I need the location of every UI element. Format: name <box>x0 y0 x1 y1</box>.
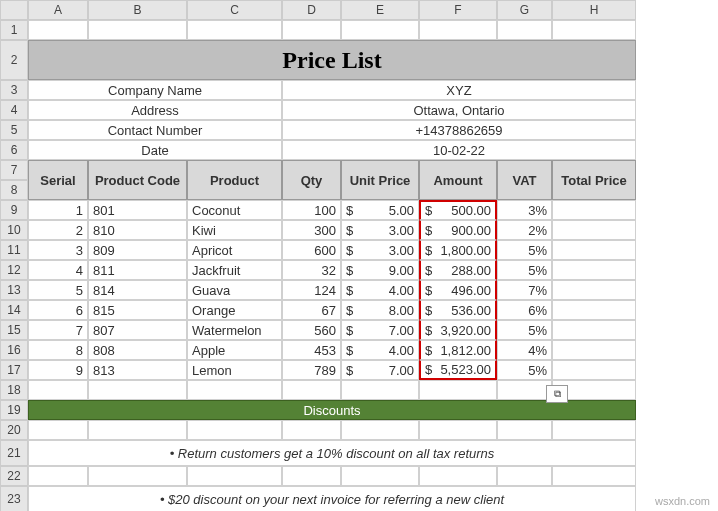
cell-total-price[interactable] <box>552 320 636 340</box>
row-header-6[interactable]: 6 <box>0 140 28 160</box>
cell-blank[interactable] <box>552 20 636 40</box>
cell-amount[interactable]: $288.00 <box>419 260 497 280</box>
col-header-C[interactable]: C <box>187 0 282 20</box>
cell-serial[interactable]: 3 <box>28 240 88 260</box>
cell-qty[interactable]: 32 <box>282 260 341 280</box>
row-header-7[interactable]: 7 <box>0 160 28 180</box>
cell-unit-price[interactable]: $7.00 <box>341 360 419 380</box>
row-header-5[interactable]: 5 <box>0 120 28 140</box>
row-header-1[interactable]: 1 <box>0 20 28 40</box>
cell-amount[interactable]: $496.00 <box>419 280 497 300</box>
cell-code[interactable]: 811 <box>88 260 187 280</box>
cell-code[interactable]: 801 <box>88 200 187 220</box>
cell-serial[interactable]: 2 <box>28 220 88 240</box>
col-header-D[interactable]: D <box>282 0 341 20</box>
cell-blank[interactable] <box>497 20 552 40</box>
col-header-G[interactable]: G <box>497 0 552 20</box>
cell-total-price[interactable] <box>552 260 636 280</box>
row-header-16[interactable]: 16 <box>0 340 28 360</box>
cell-code[interactable]: 810 <box>88 220 187 240</box>
cell-blank[interactable] <box>88 380 187 400</box>
col-header-B[interactable]: B <box>88 0 187 20</box>
cell-total-price[interactable] <box>552 220 636 240</box>
cell-amount[interactable]: $900.00 <box>419 220 497 240</box>
cell-total-price[interactable] <box>552 340 636 360</box>
cell-blank[interactable] <box>187 420 282 440</box>
cell-product[interactable]: Coconut <box>187 200 282 220</box>
cell-vat[interactable]: 5% <box>497 360 552 380</box>
row-header-22[interactable]: 22 <box>0 466 28 486</box>
cell-product[interactable]: Kiwi <box>187 220 282 240</box>
cell-blank[interactable] <box>88 20 187 40</box>
cell-unit-price[interactable]: $3.00 <box>341 220 419 240</box>
row-header-8[interactable]: 8 <box>0 180 28 200</box>
cell-qty[interactable]: 789 <box>282 360 341 380</box>
row-header-23[interactable]: 23 <box>0 486 28 511</box>
cell-blank[interactable] <box>419 466 497 486</box>
cell-amount[interactable]: $1,800.00 <box>419 240 497 260</box>
cell-product[interactable]: Apple <box>187 340 282 360</box>
cell-product[interactable]: Orange <box>187 300 282 320</box>
col-header-F[interactable]: F <box>419 0 497 20</box>
row-header-12[interactable]: 12 <box>0 260 28 280</box>
cell-blank[interactable] <box>187 380 282 400</box>
cell-code[interactable]: 813 <box>88 360 187 380</box>
cell-code[interactable]: 809 <box>88 240 187 260</box>
row-header-20[interactable]: 20 <box>0 420 28 440</box>
cell-blank[interactable] <box>419 20 497 40</box>
cell-vat[interactable]: 3% <box>497 200 552 220</box>
cell-qty[interactable]: 453 <box>282 340 341 360</box>
cell-unit-price[interactable]: $7.00 <box>341 320 419 340</box>
cell-blank[interactable] <box>497 466 552 486</box>
row-header-19[interactable]: 19 <box>0 400 28 420</box>
cell-vat[interactable]: 5% <box>497 320 552 340</box>
cell-blank[interactable] <box>282 20 341 40</box>
col-header-H[interactable]: H <box>552 0 636 20</box>
cell-code[interactable]: 808 <box>88 340 187 360</box>
cell-serial[interactable]: 1 <box>28 200 88 220</box>
cell-vat[interactable]: 4% <box>497 340 552 360</box>
cell-qty[interactable]: 67 <box>282 300 341 320</box>
cell-serial[interactable]: 5 <box>28 280 88 300</box>
row-header-13[interactable]: 13 <box>0 280 28 300</box>
cell-qty[interactable]: 560 <box>282 320 341 340</box>
cell-blank[interactable] <box>282 466 341 486</box>
cell-vat[interactable]: 2% <box>497 220 552 240</box>
cell-serial[interactable]: 4 <box>28 260 88 280</box>
cell-blank[interactable] <box>341 20 419 40</box>
cell-blank[interactable] <box>28 420 88 440</box>
cell-qty[interactable]: 124 <box>282 280 341 300</box>
cell-blank[interactable] <box>28 380 88 400</box>
cell-blank[interactable] <box>341 380 419 400</box>
cell-blank[interactable] <box>187 466 282 486</box>
col-header-A[interactable]: A <box>28 0 88 20</box>
row-header-18[interactable]: 18 <box>0 380 28 400</box>
row-header-21[interactable]: 21 <box>0 440 28 466</box>
cell-unit-price[interactable]: $5.00 <box>341 200 419 220</box>
row-header-2[interactable]: 2 <box>0 40 28 80</box>
cell-code[interactable]: 807 <box>88 320 187 340</box>
cell-total-price[interactable] <box>552 360 636 380</box>
row-header-4[interactable]: 4 <box>0 100 28 120</box>
cell-qty[interactable]: 100 <box>282 200 341 220</box>
cell-blank[interactable] <box>419 380 497 400</box>
cell-blank[interactable] <box>341 466 419 486</box>
cell-qty[interactable]: 600 <box>282 240 341 260</box>
cell-blank[interactable] <box>341 420 419 440</box>
cell-unit-price[interactable]: $3.00 <box>341 240 419 260</box>
cell-unit-price[interactable]: $8.00 <box>341 300 419 320</box>
cell-total-price[interactable] <box>552 300 636 320</box>
cell-product[interactable]: Lemon <box>187 360 282 380</box>
cell-product[interactable]: Watermelon <box>187 320 282 340</box>
row-header-14[interactable]: 14 <box>0 300 28 320</box>
cell-blank[interactable] <box>552 420 636 440</box>
cell-product[interactable]: Apricot <box>187 240 282 260</box>
cell-vat[interactable]: 6% <box>497 300 552 320</box>
cell-vat[interactable]: 5% <box>497 240 552 260</box>
cell-amount[interactable]: $3,920.00 <box>419 320 497 340</box>
cell-product[interactable]: Guava <box>187 280 282 300</box>
cell-blank[interactable] <box>282 380 341 400</box>
cell-blank[interactable] <box>497 420 552 440</box>
row-header-17[interactable]: 17 <box>0 360 28 380</box>
row-header-9[interactable]: 9 <box>0 200 28 220</box>
